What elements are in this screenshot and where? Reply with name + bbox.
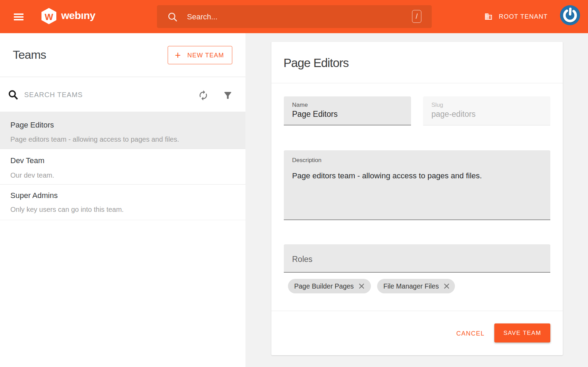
svg-text:W: W xyxy=(45,12,53,22)
